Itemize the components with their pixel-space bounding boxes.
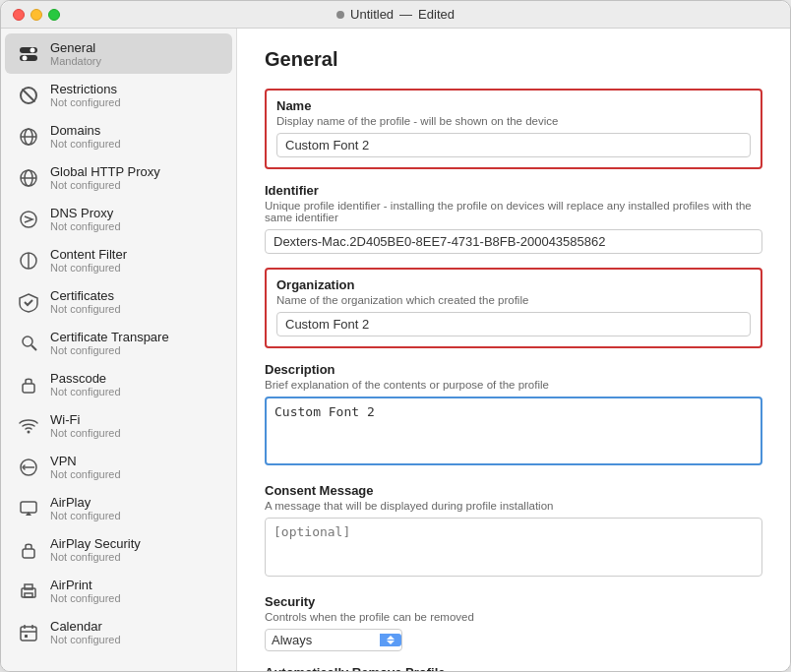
svg-line-5 — [23, 89, 35, 101]
svg-rect-17 — [23, 384, 34, 393]
page-title: General — [265, 48, 762, 71]
consent-message-label: Consent Message — [265, 483, 762, 498]
sidebar-item-airplay-sublabel: Not configured — [50, 510, 121, 521]
svg-rect-26 — [21, 627, 36, 641]
sidebar-item-passcode-text: Passcode Not configured — [50, 371, 121, 397]
security-select-arrows — [380, 634, 401, 646]
identifier-label: Identifier — [265, 183, 762, 198]
sidebar-item-dns-proxy[interactable]: DNS Proxy Not configured — [5, 199, 232, 239]
sidebar-item-calendar-sublabel: Not configured — [50, 634, 121, 645]
svg-line-16 — [31, 345, 36, 350]
description-textarea[interactable]: Custom Font 2 — [265, 397, 762, 465]
titlebar: Untitled — Edited — [1, 1, 790, 29]
document-icon — [336, 11, 344, 19]
sidebar-item-airplay-text: AirPlay Not configured — [50, 495, 121, 521]
sidebar-item-restrictions[interactable]: Restrictions Not configured — [5, 75, 232, 115]
svg-rect-25 — [25, 593, 32, 597]
sidebar-item-vpn-sublabel: Not configured — [50, 468, 121, 480]
consent-message-field-group: Consent Message A message that will be d… — [265, 483, 762, 580]
svg-rect-24 — [25, 584, 32, 589]
sidebar-item-certificates[interactable]: Certificates Not configured — [5, 281, 232, 322]
sidebar-item-cert-transpare-sublabel: Not configured — [50, 344, 169, 356]
traffic-lights — [13, 9, 60, 21]
calendar-icon — [17, 621, 40, 644]
minimize-button[interactable] — [30, 9, 42, 21]
sidebar-item-vpn-label: VPN — [50, 454, 121, 468]
sidebar-item-airplay-security-text: AirPlay Security Not configured — [50, 536, 141, 563]
svg-point-15 — [23, 336, 32, 346]
sidebar-item-passcode-label: Passcode — [50, 371, 121, 386]
dns-icon — [17, 208, 40, 231]
security-select[interactable]: Always With Authorization Never — [266, 630, 380, 650]
title-text: Untitled — [350, 7, 394, 22]
close-button[interactable] — [13, 9, 25, 21]
vpn-icon — [17, 456, 40, 479]
sidebar-item-content-filter[interactable]: Content Filter Not configured — [5, 240, 232, 280]
sidebar-item-calendar[interactable]: Calendar Not configured — [5, 612, 232, 652]
sidebar-item-airplay-security-sublabel: Not configured — [50, 551, 141, 563]
wifi-icon — [17, 414, 40, 438]
airplay-security-icon — [17, 538, 40, 562]
auto-remove-label: Automatically Remove Profile — [265, 665, 762, 671]
sidebar-item-passcode-sublabel: Not configured — [50, 386, 121, 397]
sidebar-item-restrictions-sublabel: Not configured — [50, 96, 121, 108]
name-field-group: Name Display name of the profile - will … — [265, 89, 762, 169]
name-input[interactable] — [276, 133, 751, 157]
organization-field-group: Organization Name of the organization wh… — [265, 268, 762, 348]
sidebar-item-global-http-proxy-label: Global HTTP Proxy — [50, 164, 160, 179]
toggle-icon — [17, 42, 40, 66]
identifier-desc: Unique profile identifier - installing t… — [265, 200, 762, 223]
sidebar-item-airprint-text: AirPrint Not configured — [50, 578, 121, 604]
sidebar-item-airplay[interactable]: AirPlay Not configured — [5, 488, 232, 528]
sidebar-item-airprint-sublabel: Not configured — [50, 592, 121, 604]
sidebar-item-airplay-security[interactable]: AirPlay Security Not configured — [5, 529, 232, 570]
security-select-wrapper[interactable]: Always With Authorization Never — [265, 629, 402, 651]
security-field-group: Security Controls when the profile can b… — [265, 594, 762, 651]
sidebar-item-vpn-text: VPN Not configured — [50, 454, 121, 480]
svg-rect-22 — [23, 549, 34, 558]
organization-input[interactable] — [276, 312, 751, 336]
proxy-icon — [17, 166, 40, 190]
sidebar-item-global-http-proxy-sublabel: Not configured — [50, 179, 160, 191]
identifier-input[interactable] — [265, 229, 762, 254]
sidebar-item-airprint[interactable]: AirPrint Not configured — [5, 571, 232, 611]
sidebar-item-general-sublabel: Mandatory — [50, 55, 101, 67]
sidebar-item-calendar-text: Calendar Not configured — [50, 619, 121, 645]
sidebar-item-airplay-security-label: AirPlay Security — [50, 536, 141, 551]
consent-message-textarea[interactable] — [265, 518, 762, 577]
sidebar-item-content-filter-label: Content Filter — [50, 247, 127, 262]
sidebar-item-dns-proxy-label: DNS Proxy — [50, 206, 121, 220]
sidebar-item-wifi[interactable]: Wi-Fi Not configured — [5, 405, 232, 446]
main-content: General Name Display name of the profile… — [237, 29, 790, 671]
sidebar-item-cert-transpare-label: Certificate Transpare — [50, 330, 169, 344]
sidebar-item-dns-proxy-text: DNS Proxy Not configured — [50, 206, 121, 232]
sidebar-item-content-filter-text: Content Filter Not configured — [50, 247, 127, 274]
sidebar-item-passcode[interactable]: Passcode Not configured — [5, 364, 232, 404]
arrow-down-icon — [387, 641, 395, 644]
window-title: Untitled — Edited — [336, 7, 455, 22]
fullscreen-button[interactable] — [48, 9, 60, 21]
arrow-up-icon — [387, 636, 395, 640]
sidebar-item-vpn[interactable]: VPN Not configured — [5, 447, 232, 487]
sidebar: General Mandatory Restrictions Not confi… — [1, 29, 237, 671]
security-desc: Controls when the profile can be removed — [265, 611, 762, 623]
sidebar-item-global-http-proxy-text: Global HTTP Proxy Not configured — [50, 164, 160, 191]
content-filter-icon — [17, 249, 40, 273]
cert-transpare-icon — [17, 332, 40, 355]
certificates-icon — [17, 290, 40, 314]
sidebar-item-general[interactable]: General Mandatory — [5, 33, 232, 74]
sidebar-item-domains-sublabel: Not configured — [50, 138, 121, 150]
description-label: Description — [265, 362, 762, 377]
svg-point-3 — [23, 55, 28, 60]
sidebar-item-wifi-sublabel: Not configured — [50, 427, 121, 439]
description-desc: Brief explanation of the contents or pur… — [265, 379, 762, 391]
sidebar-item-dns-proxy-sublabel: Not configured — [50, 220, 121, 232]
sidebar-item-domains[interactable]: Domains Not configured — [5, 116, 232, 156]
sidebar-item-certificates-sublabel: Not configured — [50, 303, 121, 315]
sidebar-item-wifi-text: Wi-Fi Not configured — [50, 412, 121, 439]
sidebar-item-cert-transpare[interactable]: Certificate Transpare Not configured — [5, 323, 232, 363]
sidebar-item-global-http-proxy[interactable]: Global HTTP Proxy Not configured — [5, 157, 232, 198]
sidebar-item-airprint-label: AirPrint — [50, 578, 121, 592]
title-separator: — — [399, 7, 412, 22]
sidebar-item-airplay-label: AirPlay — [50, 495, 121, 510]
